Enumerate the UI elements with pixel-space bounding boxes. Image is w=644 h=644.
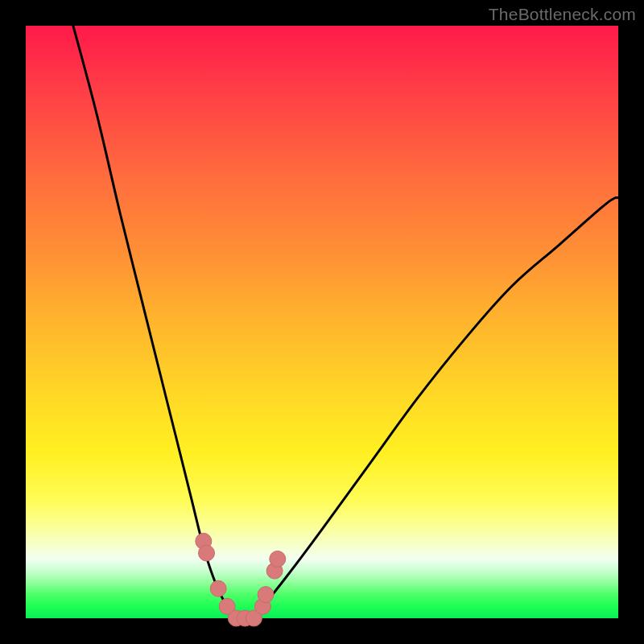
valley-marker [270,551,286,567]
curve-layer [26,26,618,618]
valley-markers [196,533,286,626]
valley-marker [199,545,215,561]
watermark-text: TheBottleneck.com [489,5,636,24]
valley-marker [258,587,274,603]
bottleneck-curve [73,26,618,620]
chart-frame: TheBottleneck.com [0,0,644,644]
valley-marker [210,580,226,597]
bottleneck-plot [26,26,618,618]
